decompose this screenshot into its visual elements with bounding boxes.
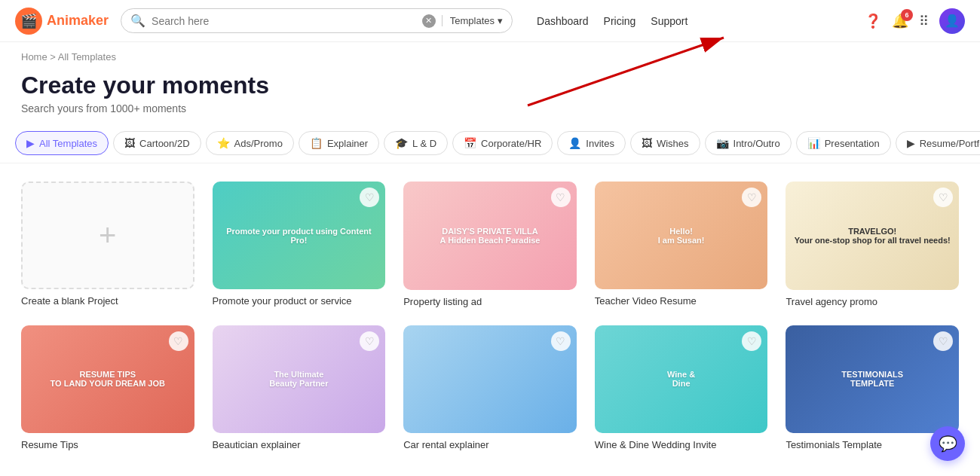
svg-text:🎬: 🎬 (20, 13, 38, 29)
template-thumb-travel: TRAVELGO!Your one-stop shop for all trav… (786, 182, 959, 290)
tab-explainer[interactable]: 📋Explainer (299, 131, 379, 155)
tab-invites[interactable]: 👤Invites (557, 131, 626, 155)
template-label-property: Property listing ad (403, 296, 577, 307)
tab-label-invites: Invites (586, 138, 614, 149)
pricing-link[interactable]: Pricing (604, 15, 636, 27)
template-thumb-text-travel: TRAVELGO!Your one-stop shop for all trav… (789, 221, 957, 251)
tab-icon-all: ▶ (26, 137, 35, 149)
template-label-promote: Promote your product or service (213, 295, 386, 307)
template-thumb-text-promote: Promote your product using Content Pro! (213, 221, 386, 251)
tab-wishes[interactable]: 🖼Wishes (630, 131, 700, 155)
search-input[interactable] (152, 15, 416, 27)
tab-label-presentation: Presentation (825, 138, 880, 149)
template-card-blank[interactable]: + Create a blank Project (21, 182, 194, 307)
template-thumb-text-beautician: The UltimateBeauty Partner (263, 364, 334, 394)
logo-text: Animaker (47, 13, 109, 29)
breadcrumb-home[interactable]: Home (21, 51, 47, 63)
template-thumb-text-car-rental (484, 373, 496, 385)
template-thumb-wedding: Wine &Dine ♡ (595, 325, 768, 433)
favorite-button-resume-tips[interactable]: ♡ (169, 331, 188, 351)
support-link[interactable]: Support (651, 15, 688, 27)
user-avatar[interactable]: 👤 (939, 8, 965, 34)
page-header: Create your moments Search yours from 10… (0, 66, 980, 124)
navbar: 🎬 Animaker 🔍 ✕ Templates ▾ Dashboard Pri… (0, 0, 980, 42)
page-subtitle: Search yours from 1000+ moments (21, 102, 959, 114)
breadcrumb: Home > All Templates (0, 42, 980, 66)
filter-label: Templates (450, 15, 495, 26)
breadcrumb-separator: > (50, 51, 56, 63)
help-button[interactable]: ❓ (865, 13, 881, 29)
tab-cartoon[interactable]: 🖼Cartoon/2D (113, 131, 201, 155)
favorite-button-travel[interactable]: ♡ (933, 188, 953, 207)
template-thumb-text-property: DAISY'S PRIVATE VILLAA Hidden Beach Para… (434, 221, 547, 251)
nav-icons: ❓ 🔔 6 ⠿ 👤 (865, 8, 965, 34)
logo-link[interactable]: 🎬 Animaker (15, 8, 109, 35)
tab-icon-corporate: 📅 (464, 137, 476, 149)
tab-icon-ld: 🎓 (395, 137, 408, 149)
template-card-travel[interactable]: TRAVELGO!Your one-stop shop for all trav… (786, 182, 959, 307)
tab-label-ads: Ads/Promo (234, 138, 283, 149)
tab-icon-ads: ⭐ (217, 137, 230, 149)
template-thumb-beautician: The UltimateBeauty Partner ♡ (213, 325, 386, 433)
tab-label-cartoon: Cartoon/2D (139, 138, 189, 149)
search-bar: 🔍 ✕ Templates ▾ (121, 8, 513, 33)
search-filter-dropdown[interactable]: Templates ▾ (442, 15, 503, 26)
template-card-promote[interactable]: Promote your product using Content Pro! … (213, 182, 386, 307)
favorite-button-beautician[interactable]: ♡ (360, 331, 379, 351)
page-title: Create your moments (21, 72, 959, 99)
template-card-teacher[interactable]: Hello!I am Susan! ♡ Teacher Video Resume (595, 182, 768, 307)
tab-icon-intro: 📷 (716, 137, 729, 149)
template-card-wedding[interactable]: Wine &Dine ♡ Wine & Dine Wedding Invite (595, 325, 768, 451)
favorite-button-property[interactable]: ♡ (551, 188, 571, 207)
template-thumb-teacher: Hello!I am Susan! ♡ (595, 182, 768, 289)
chat-icon: 💬 (939, 435, 957, 453)
template-card-testimonials[interactable]: TESTIMONIALSTEMPLATE ♡ Testimonials Temp… (786, 325, 959, 451)
favorite-button-testimonials[interactable]: ♡ (933, 331, 953, 351)
tab-corporate[interactable]: 📅Corporate/HR (452, 131, 553, 155)
tab-icon-explainer: 📋 (310, 137, 323, 149)
tab-label-ld: L & D (412, 138, 436, 149)
breadcrumb-current: All Templates (58, 51, 116, 63)
help-icon: ❓ (865, 13, 881, 29)
tab-presentation[interactable]: 📊Presentation (796, 131, 891, 155)
logo-icon: 🎬 (15, 8, 42, 35)
add-icon: + (99, 218, 116, 252)
notifications-button[interactable]: 🔔 6 (892, 13, 908, 29)
template-thumb-text-wedding: Wine &Dine (661, 364, 701, 394)
favorite-button-car-rental[interactable]: ♡ (551, 331, 571, 351)
tab-icon-presentation: 📊 (807, 137, 820, 149)
clear-search-button[interactable]: ✕ (422, 14, 436, 28)
tab-label-explainer: Explainer (327, 138, 368, 149)
tab-all[interactable]: ▶All Templates (15, 131, 109, 155)
chat-button[interactable]: 💬 (930, 426, 965, 461)
tab-ld[interactable]: 🎓L & D (384, 131, 448, 155)
template-label-travel: Travel agency promo (786, 296, 959, 307)
template-card-property[interactable]: DAISY'S PRIVATE VILLAA Hidden Beach Para… (403, 182, 577, 307)
tab-label-all: All Templates (39, 138, 97, 149)
dashboard-link[interactable]: Dashboard (537, 15, 589, 27)
apps-grid-button[interactable]: ⠿ (919, 13, 929, 29)
favorite-button-teacher[interactable]: ♡ (742, 188, 761, 207)
template-thumb-testimonials: TESTIMONIALSTEMPLATE ♡ (786, 325, 959, 434)
tab-label-wishes: Wishes (657, 138, 689, 149)
filter-chevron-icon: ▾ (498, 15, 503, 26)
template-thumb-text-teacher: Hello!I am Susan! (652, 221, 711, 251)
template-label-wedding: Wine & Dine Wedding Invite (595, 439, 768, 450)
template-thumb-text-testimonials: TESTIMONIALSTEMPLATE (835, 364, 909, 394)
favorite-button-wedding[interactable]: ♡ (742, 331, 761, 351)
template-card-resume-tips[interactable]: RESUME TIPSTO LAND YOUR DREAM JOB ♡ Resu… (21, 325, 194, 451)
template-card-car-rental[interactable]: ♡ Car rental explainer (403, 325, 577, 451)
template-card-beautician[interactable]: The UltimateBeauty Partner ♡ Beautician … (213, 325, 386, 451)
template-thumb-blank: + (21, 182, 194, 289)
grid-icon: ⠿ (919, 13, 929, 29)
tab-icon-resume: ▶ (907, 137, 915, 149)
tab-intro[interactable]: 📷Intro/Outro (705, 131, 792, 155)
tab-ads[interactable]: ⭐Ads/Promo (206, 131, 294, 155)
template-label-teacher: Teacher Video Resume (595, 295, 768, 307)
tab-icon-wishes: 🖼 (642, 137, 652, 149)
template-label-beautician: Beautician explainer (213, 439, 386, 450)
tab-resume[interactable]: ▶Resume/Portfolio (896, 131, 980, 155)
template-thumb-text-resume-tips: RESUME TIPSTO LAND YOUR DREAM JOB (44, 364, 171, 394)
favorite-button-promote[interactable]: ♡ (360, 188, 379, 207)
tab-label-intro: Intro/Outro (733, 138, 780, 149)
